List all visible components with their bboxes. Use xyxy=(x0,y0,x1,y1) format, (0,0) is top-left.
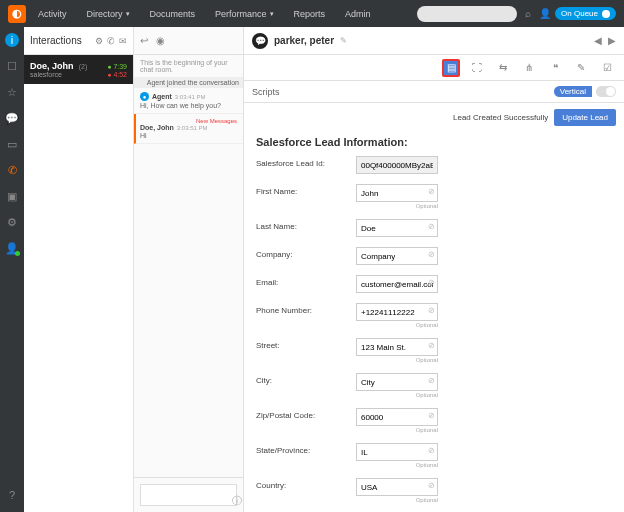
rail-info-icon[interactable]: i xyxy=(5,33,19,47)
chat-input-area xyxy=(134,477,243,512)
side-rail: i ☐ ☆ 💬 ▭ ✆ ▣ ⚙ 👤 ? xyxy=(0,27,24,512)
avatar-icon: ● xyxy=(140,92,149,101)
label-last-name: Last Name: xyxy=(256,219,356,231)
toolbar: ▤ ⛶ ⇆ ⋔ ❝ ✎ ☑ xyxy=(244,55,624,81)
person-avatar: 💬 xyxy=(252,33,268,49)
chat-begin-note: This is the beginning of your chat room. xyxy=(134,55,243,77)
scripts-label: Scripts xyxy=(252,87,280,97)
on-queue-toggle[interactable]: On Queue xyxy=(555,7,616,20)
search-input[interactable] xyxy=(417,6,517,22)
nav-activity[interactable]: Activity xyxy=(30,5,75,23)
interaction-card[interactable]: Doe, John (2) ● 7:39 salesforce ● 4:52 xyxy=(24,55,133,84)
info-icon[interactable]: ⓘ xyxy=(232,494,242,508)
eye-off-icon[interactable]: ◉ xyxy=(156,35,165,46)
phone-icon[interactable]: ✆ xyxy=(107,36,115,46)
success-message: Lead Created Successfully xyxy=(453,113,548,122)
input-lead-id xyxy=(356,156,438,174)
label-lead-id: Salesforce Lead Id: xyxy=(256,156,356,168)
form-title: Salesforce Lead Information: xyxy=(256,136,612,148)
card-time-2: ● 4:52 xyxy=(107,71,127,78)
detail-panel: 💬 parker, peter ✎ ◀ ▶ ▤ ⛶ ⇆ ⋔ ❝ ✎ ☑ Scri… xyxy=(244,27,624,512)
note-icon[interactable]: ✎ xyxy=(572,59,590,77)
label-phone: Phone Number: xyxy=(256,303,356,315)
label-zip: Zip/Postal Code: xyxy=(256,408,356,420)
label-street: Street: xyxy=(256,338,356,350)
nav-performance[interactable]: Performance▾ xyxy=(207,5,282,23)
caret-icon: ▾ xyxy=(270,10,274,18)
user-icon[interactable]: 👤 xyxy=(539,8,551,19)
input-email[interactable] xyxy=(356,275,438,293)
quote-icon[interactable]: ❝ xyxy=(546,59,564,77)
search-icon[interactable]: ⌕ xyxy=(525,8,531,19)
vertical-toggle[interactable] xyxy=(596,86,616,97)
gear-icon[interactable]: ⚙ xyxy=(95,36,103,46)
rail-star-icon[interactable]: ☆ xyxy=(5,85,19,99)
link-icon[interactable]: ⋔ xyxy=(520,59,538,77)
label-city: City: xyxy=(256,373,356,385)
nav-fwd-icon[interactable]: ▶ xyxy=(608,35,616,46)
person-name: parker, peter xyxy=(274,35,334,46)
interactions-title: Interactions xyxy=(30,35,91,46)
card-name: Doe, John xyxy=(30,61,74,71)
people-icon[interactable]: ⇆ xyxy=(494,59,512,77)
nav-directory[interactable]: Directory▾ xyxy=(79,5,138,23)
interactions-panel: Interactions ⚙ ✆ ✉ Doe, John (2) ● 7:39 … xyxy=(24,27,134,512)
input-zip[interactable] xyxy=(356,408,438,426)
rail-phone-icon[interactable]: ✆ xyxy=(5,163,19,177)
mail-icon[interactable]: ✉ xyxy=(119,36,127,46)
chat-input[interactable] xyxy=(140,484,237,506)
vertical-label: Vertical xyxy=(554,86,592,97)
input-country[interactable] xyxy=(356,478,438,496)
rail-gear-icon[interactable]: ⚙ xyxy=(5,215,19,229)
schedule-icon[interactable]: ☑ xyxy=(598,59,616,77)
input-street[interactable] xyxy=(356,338,438,356)
rail-folder-icon[interactable]: ▣ xyxy=(5,189,19,203)
input-state[interactable] xyxy=(356,443,438,461)
rail-help-icon[interactable]: ? xyxy=(5,488,19,502)
rail-inbox-icon[interactable]: ☐ xyxy=(5,59,19,73)
input-phone[interactable] xyxy=(356,303,438,321)
label-first-name: First Name: xyxy=(256,184,356,196)
profile-icon[interactable]: ⛶ xyxy=(468,59,486,77)
label-company: Company: xyxy=(256,247,356,259)
card-source: salesforce xyxy=(30,71,62,78)
chat-panel: ↩ ◉ This is the beginning of your chat r… xyxy=(134,27,244,512)
rail-video-icon[interactable]: ▭ xyxy=(5,137,19,151)
input-city[interactable] xyxy=(356,373,438,391)
input-first-name[interactable] xyxy=(356,184,438,202)
rail-agent-icon[interactable]: 👤 xyxy=(5,241,19,255)
input-last-name[interactable] xyxy=(356,219,438,237)
app-logo[interactable]: ◐ xyxy=(8,5,26,23)
agent-joined: Agent joined the conversation xyxy=(134,77,243,88)
nav-documents[interactable]: Documents xyxy=(142,5,204,23)
card-time-1: ● 7:39 xyxy=(107,63,127,70)
script-icon[interactable]: ▤ xyxy=(442,59,460,77)
label-country: Country: xyxy=(256,478,356,490)
chat-message-agent: ●Agent3:03:41 PM Hi, How can we help you… xyxy=(134,88,243,114)
nav-admin[interactable]: Admin xyxy=(337,5,379,23)
reply-icon[interactable]: ↩ xyxy=(140,35,148,46)
caret-icon: ▾ xyxy=(126,10,130,18)
nav-back-icon[interactable]: ◀ xyxy=(594,35,602,46)
chat-message-user: New Messages Doe, John3:03:51 PM Hi xyxy=(134,114,243,144)
update-lead-button[interactable]: Update Lead xyxy=(554,109,616,126)
label-email: Email: xyxy=(256,275,356,287)
input-company[interactable] xyxy=(356,247,438,265)
label-state: State/Province: xyxy=(256,443,356,455)
rail-chat-icon[interactable]: 💬 xyxy=(5,111,19,125)
top-bar: ◐ Activity Directory▾ Documents Performa… xyxy=(0,0,624,27)
nav-reports[interactable]: Reports xyxy=(286,5,334,23)
edit-icon[interactable]: ✎ xyxy=(340,36,347,45)
